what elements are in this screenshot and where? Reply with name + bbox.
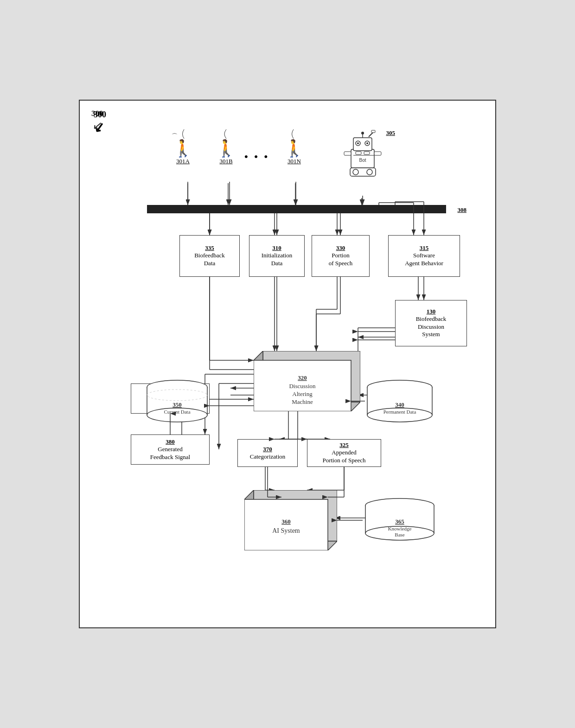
person-301n: 🚶 301N — [284, 140, 305, 165]
generated-feedback-ref: 380 — [166, 438, 175, 446]
ref-301a-arrow: ⌒ — [172, 132, 178, 140]
bot-ref-label: 305 — [386, 129, 396, 137]
svg-point-54 — [367, 169, 372, 175]
svg-point-43 — [357, 142, 359, 144]
svg-text:Permanent Data: Permanent Data — [383, 409, 416, 415]
permanent-data-container: 340 Permanent Data — [365, 379, 434, 427]
software-agent-box: 315 SoftwareAgent Behavior — [388, 235, 460, 277]
svg-text:Machine: Machine — [292, 398, 313, 405]
person-301a: 🚶 301A — [172, 140, 193, 165]
permanent-data-svg: 340 Permanent Data — [365, 379, 434, 425]
biofeedback-data-box: 335 BiofeedbackData — [179, 235, 240, 277]
svg-text:365: 365 — [395, 518, 404, 525]
network-bar-label: 308 — [458, 206, 467, 214]
svg-text:Knowledge: Knowledge — [388, 526, 412, 531]
svg-text:Bot: Bot — [359, 158, 366, 163]
knowledge-base-svg: 365 Knowledge Base — [363, 497, 437, 543]
knowledge-base-container: 365 Knowledge Base — [363, 497, 437, 545]
fig-number-label: 300 — [91, 109, 103, 118]
discussion-altering-svg: 320 Discussion Altering Machine — [254, 351, 360, 411]
svg-rect-55 — [344, 152, 351, 155]
categorization-label: Categorization — [250, 453, 286, 461]
portion-speech-ref: 330 — [336, 244, 345, 252]
biofeedback-discussion-label: BiofeedbackDiscussionSystem — [416, 315, 447, 339]
appended-portion-ref: 325 — [339, 441, 349, 449]
discussion-altering-container: 320 Discussion Altering Machine — [254, 351, 360, 413]
portion-speech-label: Portionof Speech — [329, 252, 353, 268]
svg-text:340: 340 — [395, 401, 404, 408]
init-data-ref: 310 — [272, 244, 281, 252]
svg-rect-84 — [244, 499, 328, 550]
appended-portion-box: 325 AppendedPortion of Speech — [307, 439, 381, 467]
svg-text:Altering: Altering — [292, 390, 313, 397]
person-301n-icon: 🚶 — [284, 140, 305, 157]
categorization-ref: 370 — [263, 446, 272, 453]
svg-text:320: 320 — [298, 374, 307, 381]
categorization-box: 370 Categorization — [237, 439, 298, 467]
init-data-box: 310 InitializationData — [249, 235, 305, 277]
svg-text:Current Data: Current Data — [164, 409, 190, 415]
person-301a-label: 301A — [176, 158, 190, 165]
fig-arrow: ↙ — [92, 118, 104, 133]
svg-rect-50 — [356, 152, 361, 154]
ai-system-container: 360 AI System — [244, 490, 337, 552]
biofeedback-data-ref: 335 — [205, 244, 214, 252]
generated-feedback-box: 380 GeneratedFeedback Signal — [131, 434, 210, 465]
portion-speech-box: 330 Portionof Speech — [312, 235, 370, 277]
svg-text:AI System: AI System — [272, 527, 300, 534]
ellipsis: • • • — [244, 151, 269, 163]
svg-text:360: 360 — [281, 518, 291, 525]
diagram-page: 300 ↙ — [79, 100, 496, 628]
svg-text:Discussion: Discussion — [289, 383, 316, 390]
biofeedback-discussion-box: 130 BiofeedbackDiscussionSystem — [395, 300, 467, 346]
svg-text:Base: Base — [395, 532, 405, 537]
biofeedback-discussion-ref: 130 — [427, 308, 436, 315]
current-data-svg: 350 Current Data — [145, 379, 210, 425]
svg-point-44 — [366, 142, 368, 144]
svg-rect-51 — [364, 152, 370, 154]
bot-svg: Bot — [342, 128, 383, 198]
ai-system-svg: 360 AI System — [244, 490, 337, 550]
svg-rect-48 — [371, 130, 375, 133]
person-301b-icon: 🚶 — [216, 140, 236, 157]
software-agent-ref: 315 — [420, 244, 429, 252]
appended-portion-label: AppendedPortion of Speech — [322, 449, 365, 465]
person-301b-label: 301B — [219, 158, 232, 165]
network-bar — [147, 205, 446, 213]
svg-point-46 — [361, 132, 364, 134]
generated-feedback-label: GeneratedFeedback Signal — [150, 446, 190, 461]
bot-container: Bot 305 — [342, 128, 383, 200]
person-301a-icon: 🚶 — [172, 140, 193, 157]
person-301b: 🚶 301B — [216, 140, 236, 165]
person-301n-label: 301N — [288, 158, 301, 165]
current-data-container: 350 Current Data — [145, 379, 210, 427]
biofeedback-data-label: BiofeedbackData — [194, 252, 225, 268]
software-agent-label: SoftwareAgent Behavior — [405, 252, 443, 268]
svg-point-53 — [353, 169, 358, 175]
svg-text:350: 350 — [172, 401, 182, 408]
init-data-label: InitializationData — [262, 252, 292, 268]
svg-rect-56 — [374, 152, 381, 155]
